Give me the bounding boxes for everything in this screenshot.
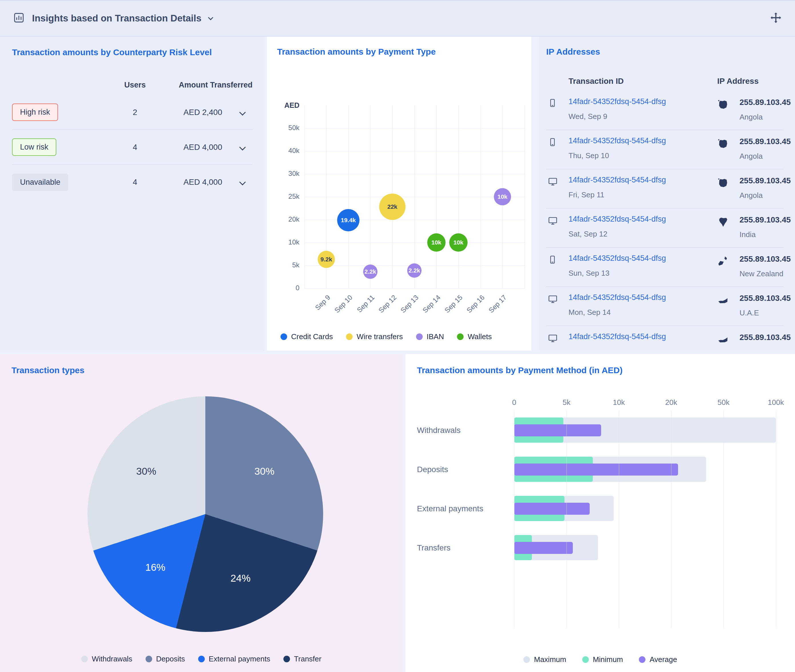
bar-legend: MaximumMinimumAverage [406,655,795,664]
bubble-sep-9-wire-transfers[interactable]: 9.2k [318,251,335,268]
country-name: Angola [739,191,763,200]
legend-item-minimum: Minimum [582,655,623,664]
legend-item-wire-transfers: Wire transfers [346,332,403,341]
bubble-sep-15-wallets[interactable]: 10k [449,234,467,252]
withdrawals-legend-dot-icon [81,656,88,662]
pie-slice-label-withdrawals: 30% [136,466,156,477]
average-legend-dot-icon [639,656,645,663]
phone-icon [548,255,557,266]
risk-row-expand-button[interactable] [232,145,253,150]
y-axis-tick: 25k [277,192,299,200]
ip-row: 14fadr-54352fdsq-5454-dfsgFri, Sep 11255… [546,169,784,208]
transaction-types-panel: Transaction types WithdrawalsDepositsExt… [0,354,403,672]
ip-address-value: 255.89.103.45 [739,98,791,107]
risk-row-expand-button[interactable] [232,110,253,115]
average-bar [514,503,590,515]
ip-row: 14fadr-54352fdsq-5454-dfsgThu, Sep 10255… [546,130,784,169]
risk-users-value: 4 [106,143,163,152]
bar-chart: 05k10k20k50k100k WithdrawalsDepositsExte… [417,398,784,567]
insights-chart-icon [13,12,25,25]
transaction-id-link[interactable]: 14fadr-54352fdsq-5454-dfsg [568,254,666,263]
transaction-id-column-header: Transaction ID [568,77,624,86]
legend-label: Credit Cards [291,332,333,341]
bar-category-label: Withdrawals [417,426,514,435]
bubble-sep-11-iban[interactable]: 2.2k [363,264,378,279]
bubble-plot: Sep 9Sep 10Sep 11Sep 12Sep 13Sep 14Sep 1… [304,105,525,288]
country-name: New Zealand [739,269,783,278]
bubble-sep-12-wire-transfers[interactable]: 22k [379,194,406,220]
legend-label: External payments [209,654,270,663]
ip-row: 14fadr-54352fdsq-5454-dfsg255.89.103.45 [546,326,784,350]
bubble-sep-13-iban[interactable]: 2.2k [407,263,422,278]
ip-address-value: 255.89.103.45 [739,215,791,224]
x-axis-label: Sep 13 [399,293,420,315]
risk-badge-low: Low risk [12,138,56,156]
top-row: Transaction amounts by Counterparty Risk… [0,37,795,350]
transaction-types-title: Transaction types [11,365,391,375]
ip-address-value: 255.89.103.45 [739,137,791,146]
legend-label: IBAN [427,332,444,341]
transaction-id-link[interactable]: 14fadr-54352fdsq-5454-dfsg [568,176,666,184]
bar-axis-ticks: 05k10k20k50k100k [417,398,784,411]
legend-label: Maximum [534,655,566,664]
y-axis-unit-label: AED [277,101,299,109]
legend-item-average: Average [639,655,677,664]
transaction-date: Sat, Sep 12 [568,230,608,238]
transaction-id-link[interactable]: 14fadr-54352fdsq-5454-dfsg [568,293,666,302]
users-column-header: Users [106,81,163,90]
bar-row-transfers: Transfers [417,528,784,567]
chevron-down-icon[interactable] [208,15,213,20]
y-axis-tick: 0 [277,284,299,292]
average-bar [514,424,601,436]
x-axis-label: Sep 16 [465,293,486,315]
y-axis-tick: 10k [277,238,299,246]
ip-address-value: 255.89.103.45 [739,254,791,264]
angola-map-icon [717,138,729,151]
v-gridline [348,105,349,288]
wire-transfers-legend-dot-icon [346,333,353,340]
phone-icon [548,138,557,148]
risk-row-expand-button[interactable] [232,180,253,184]
pie-slice-label-transfer: 24% [230,573,251,584]
transaction-date: Thu, Sep 10 [568,151,609,160]
payment-method-panel: Transaction amounts by Payment Method (i… [406,354,795,672]
v-gridline [525,105,525,288]
bubble-sep-10-credit-cards[interactable]: 19.4k [337,209,360,231]
angola-map-icon [717,177,729,190]
risk-table-header: Users Amount Transferred [12,75,253,95]
ip-row: 14fadr-54352fdsq-5454-dfsgSat, Sep 12255… [546,208,784,248]
risk-amount-value: AED 4,000 [163,143,232,152]
monitor-icon [548,177,558,187]
bubble-chart: AED Sep 9Sep 10Sep 11Sep 12Sep 13Sep 14S… [277,94,521,323]
transaction-id-link[interactable]: 14fadr-54352fdsq-5454-dfsg [568,215,666,224]
legend-item-maximum: Maximum [523,655,566,664]
iban-legend-dot-icon [416,333,423,340]
transaction-id-link[interactable]: 14fadr-54352fdsq-5454-dfsg [568,136,666,145]
india-map-icon [717,216,729,229]
bubble-sep-14-wallets[interactable]: 10k [427,234,446,252]
risk-panel-title: Transaction amounts by Counterparty Risk… [12,48,253,57]
transaction-id-link[interactable]: 14fadr-54352fdsq-5454-dfsg [568,97,666,106]
monitor-icon [548,216,558,227]
wallets-legend-dot-icon [457,333,464,340]
ip-panel-title: IP Addresses [546,47,784,57]
transaction-id-link[interactable]: 14fadr-54352fdsq-5454-dfsg [568,332,666,341]
payment-method-title: Transaction amounts by Payment Method (i… [417,365,784,375]
x-axis-tick: 10k [613,398,625,407]
bar-track [514,528,776,567]
legend-item-withdrawals: Withdrawals [81,654,133,663]
country-name: India [739,230,755,239]
x-axis-tick: 20k [665,398,677,407]
chevron-down-icon [239,109,246,115]
move-icon[interactable] [770,12,782,25]
bubble-sep-17-iban[interactable]: 10k [494,188,511,205]
risk-badge-unavailable: Unavailable [12,174,68,191]
y-axis-tick: 50k [277,124,299,132]
v-gridline [370,105,371,288]
page-title[interactable]: Insights based on Transaction Details [32,13,202,24]
ip-address-column-header: IP Address [717,77,759,86]
country-name: U.A.E [739,309,759,317]
risk-level-panel: Transaction amounts by Counterparty Risk… [0,37,264,350]
risk-users-value: 4 [106,178,163,187]
bar-track [514,411,776,450]
